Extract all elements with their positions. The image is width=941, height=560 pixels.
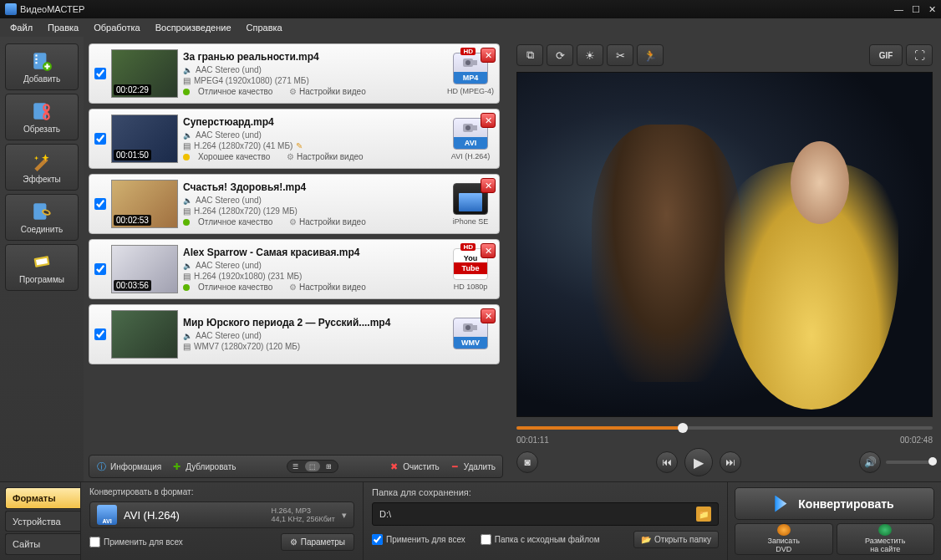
remove-item-button[interactable]: ✕: [481, 308, 496, 323]
apply-all-folder-checkbox[interactable]: Применить для всех: [372, 534, 465, 545]
trim-tool-icon[interactable]: ✂: [607, 44, 633, 66]
tab-formats[interactable]: Форматы: [5, 487, 80, 509]
clear-icon: ✖: [389, 461, 399, 472]
sidebar-effects[interactable]: Эффекты: [5, 144, 79, 191]
clear-button[interactable]: ✖Очистить: [389, 461, 440, 472]
apply-all-format-checkbox[interactable]: Применить для всех: [89, 537, 183, 547]
gif-button[interactable]: GIF: [869, 44, 903, 66]
file-checkbox[interactable]: [94, 198, 106, 210]
svg-rect-2: [35, 59, 37, 60]
sidebar-cut[interactable]: Обрезать: [5, 94, 79, 140]
duration-label: 00:03:56: [114, 280, 151, 291]
folder-input[interactable]: D:\ 📁: [372, 502, 719, 526]
sidebar-cut-label: Обрезать: [23, 125, 60, 134]
sidebar-join[interactable]: Соединить: [5, 194, 79, 241]
settings-link[interactable]: Настройки видео: [297, 152, 364, 161]
same-folder-checkbox[interactable]: Папка с исходным файлом: [481, 534, 600, 545]
format-box: Конвертировать в формат: AVI AVI (H.264)…: [80, 482, 363, 560]
delete-button[interactable]: ━Удалить: [450, 461, 496, 472]
remove-item-button[interactable]: ✕: [481, 178, 496, 193]
file-item[interactable]: 00:02:53 Счастья! Здоровья!.mp4 AAC Ster…: [89, 174, 500, 234]
film-icon: ▤: [183, 206, 191, 216]
prev-button[interactable]: ⏮: [656, 451, 678, 473]
remove-item-button[interactable]: ✕: [481, 48, 496, 63]
file-item[interactable]: Мир Юрского периода 2 — Русский....mp4 A…: [89, 304, 500, 364]
brightness-tool-icon[interactable]: ☀: [577, 44, 603, 66]
info-button[interactable]: ⓘИнформация: [96, 461, 161, 472]
tab-sites[interactable]: Сайты: [5, 533, 80, 555]
duration-label: 00:02:53: [114, 215, 151, 226]
publish-button[interactable]: Разместить на сайте: [837, 523, 935, 555]
maximize-button[interactable]: ☐: [912, 4, 920, 15]
crop-tool-icon[interactable]: ⧉: [516, 44, 543, 66]
svg-rect-18: [473, 125, 477, 130]
video-info: WMV7 (1280x720) (120 МБ): [194, 342, 300, 351]
menu-edit[interactable]: Правка: [41, 21, 85, 34]
effects-icon: [31, 150, 53, 172]
file-item[interactable]: 00:02:29 За гранью реальности.mp4 AAC St…: [89, 43, 500, 104]
speaker-icon: [183, 331, 192, 340]
tab-devices[interactable]: Устройства: [5, 511, 80, 532]
settings-link[interactable]: Настройки видео: [299, 283, 366, 292]
format-target-label: HD 1080p: [447, 283, 494, 291]
file-thumbnail: 00:03:56: [111, 245, 178, 293]
file-thumbnail: 00:02:53: [111, 180, 178, 228]
duration-label: 00:02:29: [114, 84, 151, 95]
duration-label: 00:01:50: [114, 150, 151, 160]
file-checkbox[interactable]: [94, 133, 106, 145]
menu-processing[interactable]: Обработка: [87, 21, 146, 34]
remove-item-button[interactable]: ✕: [481, 243, 496, 258]
hd-badge: HD: [460, 243, 476, 251]
file-item[interactable]: 00:01:50 Суперстюард.mp4 AAC Stereo (und…: [89, 109, 500, 169]
film-icon: ▤: [183, 342, 191, 351]
snapshot-button[interactable]: ◙: [516, 451, 538, 473]
open-folder-button[interactable]: 📂Открыть папку: [633, 531, 719, 548]
video-info: H.264 (1920x1080) (231 МБ): [194, 272, 302, 281]
menu-playback[interactable]: Воспроизведение: [149, 21, 238, 34]
volume-button[interactable]: 🔊: [859, 451, 881, 473]
rotate-tool-icon[interactable]: ⟳: [547, 44, 573, 66]
settings-link[interactable]: Настройки видео: [299, 87, 366, 96]
speed-tool-icon[interactable]: 🏃: [637, 44, 664, 66]
next-button[interactable]: ⏭: [720, 451, 741, 473]
remove-item-button[interactable]: ✕: [481, 113, 496, 128]
menu-file[interactable]: Файл: [3, 21, 39, 34]
sidebar-add-label: Добавить: [23, 74, 60, 84]
convert-to-label: Конвертировать в формат:: [89, 487, 354, 496]
seek-slider[interactable]: [516, 422, 933, 434]
sidebar-join-label: Соединить: [21, 225, 63, 234]
close-button[interactable]: ✕: [928, 4, 936, 15]
sidebar-programs[interactable]: Программы: [5, 244, 79, 291]
file-checkbox[interactable]: [94, 68, 106, 79]
volume-slider[interactable]: [886, 461, 933, 464]
format-selector[interactable]: AVI AVI (H.264) H.264, MP3 44,1 KHz, 256…: [89, 501, 354, 528]
file-checkbox[interactable]: [94, 263, 106, 275]
file-list[interactable]: 00:02:29 За гранью реальности.mp4 AAC St…: [89, 43, 503, 450]
settings-link[interactable]: Настройки видео: [299, 217, 366, 227]
convert-button[interactable]: Конвертировать: [735, 487, 934, 520]
duplicate-button[interactable]: ✚Дублировать: [171, 461, 236, 472]
browse-folder-icon[interactable]: 📁: [696, 507, 711, 522]
svg-rect-3: [35, 62, 37, 64]
gear-icon: ⚙: [290, 537, 298, 547]
chevron-down-icon: ▾: [342, 510, 347, 521]
format-target-label: AVI (H.264): [447, 152, 494, 160]
minimize-button[interactable]: —: [894, 4, 903, 15]
burn-dvd-button[interactable]: Записать DVD: [735, 523, 833, 555]
fullscreen-button[interactable]: ⛶: [906, 44, 933, 66]
file-item[interactable]: 00:03:56 Alex Sparrow - Самая красивая.m…: [89, 239, 500, 299]
file-checkbox[interactable]: [94, 328, 106, 340]
gear-icon: [289, 283, 297, 292]
add-film-icon: [31, 50, 53, 72]
play-button[interactable]: ▶: [684, 448, 713, 476]
globe-icon: [878, 524, 892, 536]
menu-help[interactable]: Справка: [240, 21, 289, 34]
video-preview[interactable]: [516, 72, 933, 417]
video-info: MPEG4 (1920x1080) (271 МБ): [194, 76, 309, 85]
plus-icon: ✚: [171, 461, 182, 472]
view-mode-toggle[interactable]: ☰⬚⊞: [287, 460, 338, 473]
params-button[interactable]: ⚙Параметры: [281, 533, 354, 551]
svg-point-17: [465, 125, 470, 130]
sidebar-add[interactable]: Добавить: [5, 43, 79, 90]
film-icon: ▤: [183, 272, 191, 281]
